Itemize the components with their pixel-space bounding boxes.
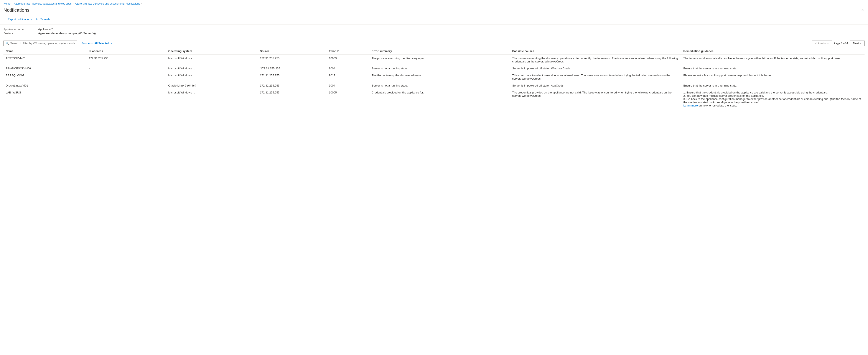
table-row: OracleLinuxVM01 - Oracle Linux 7 (64-bit…	[3, 82, 865, 89]
table-header-row: Name IP address Operating system Source …	[3, 48, 865, 55]
col-header-name: Name	[3, 48, 87, 55]
cell-name: ERPSQLVM02	[3, 72, 87, 82]
refresh-button[interactable]: ↻ Refresh	[34, 17, 52, 22]
feature-value: Agentless dependency mapping(66 Server(s…	[38, 32, 96, 35]
cell-ip	[87, 89, 166, 109]
col-header-summary: Error summary	[369, 48, 510, 55]
cell-ip: .	[87, 72, 166, 82]
close-button[interactable]: ×	[860, 7, 865, 13]
cell-os: Microsoft Windows ...	[166, 89, 258, 109]
cell-summary: Server is not a running state.	[369, 82, 510, 89]
cell-causes: Server is in powered off state.: AppCred…	[510, 82, 681, 89]
filter-left: 🔍 Source == All Selected ×	[3, 40, 115, 46]
feature-label: Feature	[3, 32, 38, 35]
cell-name: OracleLinuxVM01	[3, 82, 87, 89]
table-row: ERPSQLVM02 . Microsoft Windows ... 172.3…	[3, 72, 865, 82]
breadcrumb-sep-3: ›	[141, 2, 142, 5]
col-header-errorid: Error ID	[327, 48, 369, 55]
cell-source: '172.31.255.255	[258, 65, 327, 72]
cell-source: 172.31.255.255	[258, 72, 327, 82]
cell-remediation: Ensure that the server is in a running s…	[681, 65, 865, 72]
refresh-label: Refresh	[40, 18, 50, 21]
cell-ip: -	[87, 65, 166, 72]
cell-causes: The credentials provided on the applianc…	[510, 89, 681, 109]
cell-causes: The process executing the discovery oper…	[510, 55, 681, 65]
breadcrumb-azure-migrate[interactable]: Azure Migrate | Servers, databases and w…	[14, 2, 72, 5]
pagination: < Previous Page 1 of 4 Next >	[812, 40, 865, 46]
export-icon: ↓	[5, 18, 7, 21]
notifications-table: Name IP address Operating system Source …	[3, 48, 865, 109]
learn-more-link[interactable]: Learn more	[683, 104, 698, 107]
table-header: Name IP address Operating system Source …	[3, 48, 865, 55]
cell-causes: This could be a transient issue due to a…	[510, 72, 681, 82]
search-input[interactable]	[10, 42, 75, 45]
breadcrumb-home[interactable]: Home	[3, 2, 10, 5]
cell-os: Oracle Linux 7 (64-bit)	[166, 82, 258, 89]
table-row: TESTSQLVM01 172.31.255.255 Microsoft Win…	[3, 55, 865, 65]
breadcrumb: Home › Azure Migrate | Servers, database…	[0, 0, 868, 6]
notifications-table-container: Name IP address Operating system Source …	[0, 48, 868, 109]
search-box[interactable]: 🔍	[3, 40, 77, 46]
col-header-os: Operating system	[166, 48, 258, 55]
breadcrumb-notifications[interactable]: Azure Migrate: Discovery and assessment …	[75, 2, 140, 5]
table-row: LAB_WSUS Microsoft Windows ... 172.31.25…	[3, 89, 865, 109]
export-notifications-button[interactable]: ↓ Export notifications	[3, 17, 33, 22]
cell-os: Microsoft Windows ...	[166, 55, 258, 65]
cell-errorid: 9017	[327, 72, 369, 82]
appliance-value: Appliance01	[38, 28, 54, 31]
cell-errorid: 9004	[327, 65, 369, 72]
cell-errorid: 9004	[327, 82, 369, 89]
table-body: TESTSQLVM01 172.31.255.255 Microsoft Win…	[3, 55, 865, 109]
meta-appliance-row: Appliance name Appliance01	[3, 28, 865, 31]
cell-causes: Server is in powered off state.: Windows…	[510, 65, 681, 72]
cell-ip: 172.31.255.255	[87, 55, 166, 65]
breadcrumb-sep-2: ›	[73, 2, 74, 5]
cell-summary: Credentials provided on the appliance fo…	[369, 89, 510, 109]
cell-name: FINANCESQLVM06	[3, 65, 87, 72]
table-row: FINANCESQLVM06 - Microsoft Windows ... '…	[3, 65, 865, 72]
col-header-source: Source	[258, 48, 327, 55]
cell-remediation: Ensure that the server is in a running s…	[681, 82, 865, 89]
col-header-remediation: Remediation guidance	[681, 48, 865, 55]
ellipsis-button[interactable]: ...	[32, 7, 36, 13]
search-icon: 🔍	[5, 42, 9, 45]
cell-name: LAB_WSUS	[3, 89, 87, 109]
filter-bar: 🔍 Source == All Selected × < Previous Pa…	[0, 39, 868, 48]
meta-feature-row: Feature Agentless dependency mapping(66 …	[3, 32, 865, 35]
source-filter-tag[interactable]: Source == All Selected ×	[79, 41, 115, 46]
cell-os: Microsoft Windows ...	[166, 65, 258, 72]
export-label: Export notifications	[8, 18, 32, 21]
page-title: Notifications	[3, 7, 30, 13]
filter-tag-close[interactable]: ×	[111, 42, 113, 45]
cell-errorid: 10003	[327, 55, 369, 65]
next-button[interactable]: Next >	[850, 40, 865, 46]
cell-ip: -	[87, 82, 166, 89]
breadcrumb-sep-1: ›	[12, 2, 12, 5]
cell-remediation: 1. Ensure that the credentials provided …	[681, 89, 865, 109]
previous-button[interactable]: < Previous	[812, 40, 832, 46]
col-header-ip: IP address	[87, 48, 166, 55]
appliance-label: Appliance name	[3, 28, 38, 31]
col-header-causes: Possible causes	[510, 48, 681, 55]
toolbar: ↓ Export notifications ↻ Refresh	[0, 16, 868, 25]
filter-tag-label: Source ==	[82, 42, 93, 45]
page-info: Page 1 of 4	[834, 42, 848, 45]
cell-remediation: Please submit a Microsoft support case t…	[681, 72, 865, 82]
cell-remediation: The issue should automatically resolve i…	[681, 55, 865, 65]
filter-tag-value: All Selected	[94, 42, 109, 45]
page-header: Notifications ... ×	[0, 6, 868, 16]
cell-summary: Server is not a running state.	[369, 65, 510, 72]
meta-section: Appliance name Appliance01 Feature Agent…	[0, 25, 868, 39]
cell-os: Microsoft Windows ...	[166, 72, 258, 82]
cell-summary: The file containing the discovered metad…	[369, 72, 510, 82]
cell-source: 172.31.255.255	[258, 82, 327, 89]
cell-errorid: 10005	[327, 89, 369, 109]
cell-summary: The process executing the discovery oper…	[369, 55, 510, 65]
cell-source: 172.31.255.255	[258, 89, 327, 109]
cell-name: TESTSQLVM01	[3, 55, 87, 65]
cell-source: 172.31.255.255	[258, 55, 327, 65]
refresh-icon: ↻	[36, 18, 38, 21]
